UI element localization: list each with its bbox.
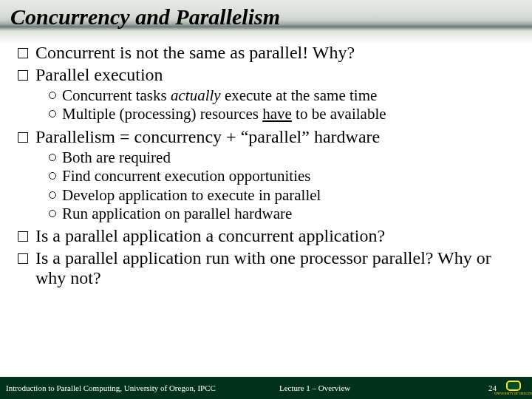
- footer-bar: Introduction to Parallel Computing, Univ…: [0, 377, 532, 399]
- circle-bullet-icon: [49, 191, 56, 199]
- slide-content: Concurrent is not the same as parallel! …: [18, 41, 517, 289]
- sub-text: Develop application to execute in parall…: [62, 186, 321, 205]
- sub-text: Multiple (processing) resources have to …: [62, 105, 386, 123]
- bullet-item: Is a parallel application a concurrent a…: [18, 226, 517, 247]
- sub-text: Concurrent tasks actually execute at the…: [62, 86, 377, 105]
- square-bullet-icon: [18, 48, 28, 58]
- bullet-item: Concurrent is not the same as parallel! …: [18, 43, 517, 64]
- square-bullet-icon: [18, 231, 28, 242]
- sub-item: Find concurrent execution opportunities: [49, 167, 517, 185]
- sub-text: Run application on parallel hardware: [62, 205, 292, 223]
- bullet-item: Is a parallel application run with one p…: [18, 248, 517, 289]
- bullet-text: Parallel execution: [35, 65, 163, 86]
- bullet-text: Parallelism = concurrency + “parallel” h…: [35, 127, 380, 148]
- circle-bullet-icon: [49, 172, 56, 180]
- logo-caption: UNIVERSITY OF OREGON: [494, 392, 532, 395]
- square-bullet-icon: [18, 132, 28, 143]
- footer-left-text: Introduction to Parallel Computing, Univ…: [6, 383, 216, 392]
- bullet-item: Parallelism = concurrency + “parallel” h…: [18, 127, 517, 148]
- sub-list: Concurrent tasks actually execute at the…: [49, 86, 517, 123]
- square-bullet-icon: [18, 70, 28, 81]
- sub-item: Both are required: [49, 149, 517, 167]
- bullet-text: Is a parallel application a concurrent a…: [35, 226, 385, 247]
- circle-bullet-icon: [49, 210, 56, 217]
- circle-bullet-icon: [49, 92, 56, 99]
- footer-center-text: Lecture 1 – Overview: [279, 383, 350, 392]
- circle-bullet-icon: [49, 110, 56, 117]
- circle-bullet-icon: [49, 154, 56, 161]
- sub-item: Multiple (processing) resources have to …: [49, 105, 517, 123]
- square-bullet-icon: [18, 253, 28, 264]
- bullet-text: Is a parallel application run with one p…: [35, 248, 517, 289]
- oregon-o-icon: [506, 381, 521, 391]
- sub-text: Both are required: [62, 149, 171, 167]
- sub-item: Run application on parallel hardware: [49, 205, 517, 223]
- sub-item: Develop application to execute in parall…: [49, 186, 517, 205]
- sub-list: Both are required Find concurrent execut…: [49, 149, 517, 223]
- university-logo: UNIVERSITY OF OREGON: [499, 378, 528, 398]
- sub-item: Concurrent tasks actually execute at the…: [49, 86, 517, 105]
- bullet-item: Parallel execution: [18, 65, 517, 86]
- slide-title: Concurrency and Parallelism: [10, 4, 280, 30]
- sub-text: Find concurrent execution opportunities: [62, 167, 311, 185]
- bullet-text: Concurrent is not the same as parallel! …: [35, 43, 355, 64]
